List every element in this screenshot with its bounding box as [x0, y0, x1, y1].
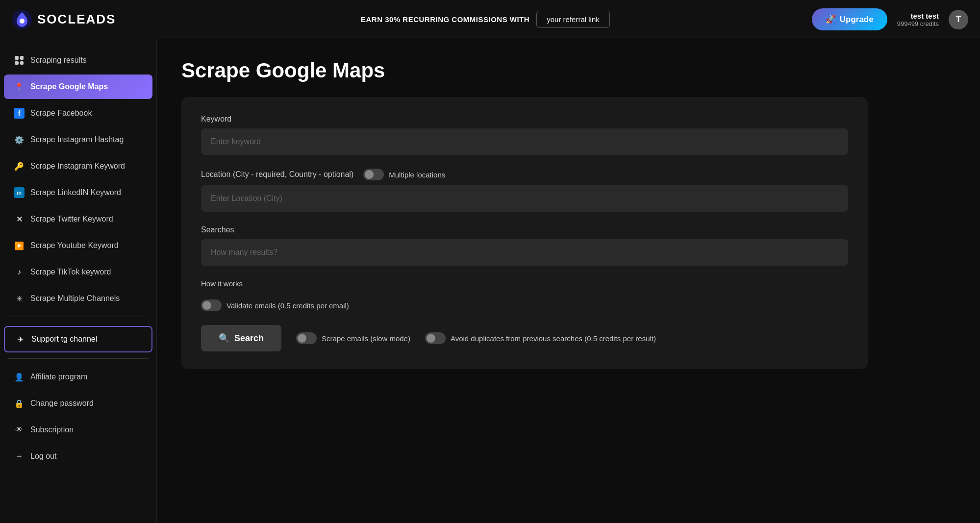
- affiliate-icon: 👤: [14, 372, 25, 382]
- sidebar-item-scrape-youtube-keyword[interactable]: ▶️ Scrape Youtube Keyword: [4, 233, 152, 258]
- instagram-hashtag-icon: ⚙️: [14, 134, 25, 145]
- avatar[interactable]: T: [949, 10, 968, 29]
- sidebar-item-scrape-twitter-keyword[interactable]: ✕ Scrape Twitter Keyword: [4, 207, 152, 231]
- header-center: EARN 30% RECURRING COMMISSIONS WITH your…: [169, 11, 802, 28]
- actions-row: 🔍 Search Scrape emails (slow mode) Avoid…: [201, 325, 848, 351]
- logo-icon: [12, 9, 32, 30]
- multiple-locations-label: Multiple locations: [389, 171, 445, 179]
- location-label: Location (City - required, Country - opt…: [201, 170, 353, 179]
- twitter-x-icon: ✕: [14, 214, 25, 224]
- sidebar-item-support-tg[interactable]: ✈ Support tg channel: [4, 326, 152, 352]
- validate-emails-row: Validate emails (0.5 credits per email): [201, 299, 848, 311]
- searches-input[interactable]: [201, 239, 848, 266]
- search-icon: 🔍: [219, 333, 229, 344]
- logo-area: SOCLEADS: [12, 9, 159, 30]
- validate-emails-label: Validate emails (0.5 credits per email): [226, 301, 349, 310]
- key-icon: 🔑: [14, 161, 25, 172]
- multiple-locations-toggle-container[interactable]: Multiple locations: [363, 169, 445, 180]
- sidebar-item-scraping-results[interactable]: Scraping results: [4, 48, 152, 73]
- sidebar-item-scrape-facebook[interactable]: f Scrape Facebook: [4, 101, 152, 125]
- scrape-emails-toggle[interactable]: [296, 332, 317, 344]
- sidebar-divider: [8, 317, 149, 317]
- sidebar-item-scrape-linkedin-keyword[interactable]: in Scrape LinkedIN Keyword: [4, 180, 152, 205]
- youtube-icon: ▶️: [14, 240, 25, 251]
- lock-icon: 🔒: [14, 398, 25, 409]
- sidebar-item-change-password[interactable]: 🔒 Change password: [4, 391, 152, 416]
- earn-text: EARN 30% RECURRING COMMISSIONS WITH: [361, 15, 529, 24]
- sidebar-item-scrape-google-maps[interactable]: 📍 Scrape Google Maps: [4, 75, 152, 99]
- sidebar-item-scrape-multiple-channels[interactable]: ✳ Scrape Multiple Channels: [4, 286, 152, 311]
- content: Scrape Google Maps Keyword Location (Cit…: [157, 39, 980, 523]
- grid-icon: [14, 55, 25, 66]
- upgrade-button[interactable]: 🚀 Upgrade: [812, 8, 887, 30]
- linkedin-icon: in: [14, 187, 25, 198]
- sidebar: Scraping results 📍 Scrape Google Maps f …: [0, 39, 157, 523]
- location-group: Location (City - required, Country - opt…: [201, 169, 848, 212]
- sidebar-item-scrape-instagram-hashtag[interactable]: ⚙️ Scrape Instagram Hashtag: [4, 127, 152, 152]
- main-layout: Scraping results 📍 Scrape Google Maps f …: [0, 39, 980, 523]
- sidebar-item-scrape-instagram-keyword[interactable]: 🔑 Scrape Instagram Keyword: [4, 154, 152, 178]
- user-info: test test 999499 credits: [897, 12, 939, 27]
- facebook-icon: f: [14, 108, 25, 119]
- logout-icon: →: [14, 451, 25, 462]
- avoid-duplicates-label: Avoid duplicates from previous searches …: [451, 334, 656, 343]
- validate-emails-toggle[interactable]: [201, 299, 222, 311]
- sidebar-divider-2: [8, 358, 149, 359]
- sidebar-item-scrape-tiktok-keyword[interactable]: ♪ Scrape TikTok keyword: [4, 260, 152, 284]
- page-title: Scrape Google Maps: [181, 59, 955, 82]
- multiple-locations-toggle[interactable]: [363, 169, 384, 180]
- sidebar-item-affiliate-program[interactable]: 👤 Affiliate program: [4, 365, 152, 389]
- pin-icon: 📍: [14, 81, 25, 92]
- telegram-icon: ✈: [15, 334, 25, 345]
- location-label-row: Location (City - required, Country - opt…: [201, 169, 848, 180]
- sidebar-item-log-out[interactable]: → Log out: [4, 444, 152, 469]
- form-card: Keyword Location (City - required, Count…: [181, 97, 868, 369]
- header: SOCLEADS EARN 30% RECURRING COMMISSIONS …: [0, 0, 980, 39]
- scrape-emails-label: Scrape emails (slow mode): [322, 334, 410, 343]
- user-credits: 999499 credits: [897, 20, 939, 27]
- asterisk-icon: ✳: [14, 293, 25, 304]
- referral-link-button[interactable]: your referral link: [536, 11, 610, 28]
- header-right: 🚀 Upgrade test test 999499 credits T: [812, 8, 968, 30]
- keyword-input[interactable]: [201, 128, 848, 155]
- tiktok-icon: ♪: [14, 267, 25, 277]
- logo-text: SOCLEADS: [37, 12, 116, 27]
- location-input[interactable]: [201, 185, 848, 212]
- search-button[interactable]: 🔍 Search: [201, 325, 281, 351]
- subscription-icon: 👁: [14, 424, 25, 435]
- keyword-group: Keyword: [201, 115, 848, 155]
- svg-point-1: [20, 19, 25, 24]
- sidebar-item-subscription[interactable]: 👁 Subscription: [4, 418, 152, 442]
- searches-group: Searches: [201, 225, 848, 266]
- rocket-icon: 🚀: [826, 14, 836, 25]
- searches-label: Searches: [201, 225, 848, 234]
- scrape-emails-toggle-container[interactable]: Scrape emails (slow mode): [296, 332, 410, 344]
- user-name: test test: [910, 12, 939, 20]
- avoid-duplicates-toggle[interactable]: [425, 332, 446, 344]
- keyword-label: Keyword: [201, 115, 848, 124]
- how-it-works-link[interactable]: How it works: [201, 279, 243, 288]
- avoid-duplicates-toggle-container[interactable]: Avoid duplicates from previous searches …: [425, 332, 656, 344]
